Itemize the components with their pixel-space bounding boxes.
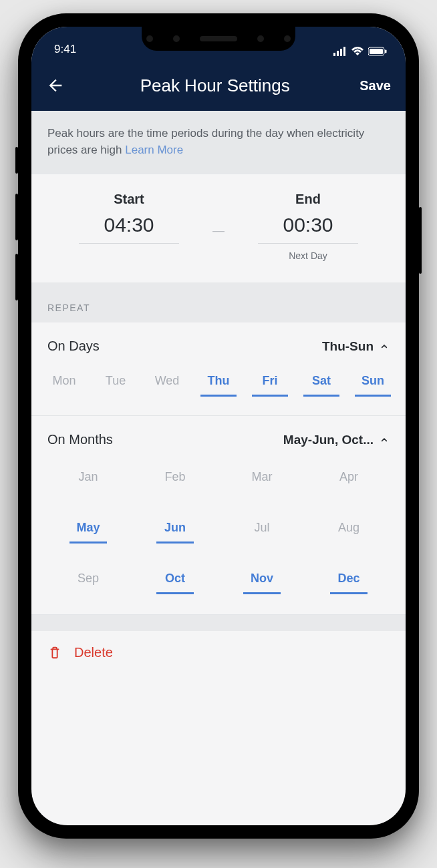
notch — [142, 27, 295, 51]
month-jul[interactable]: Jul — [243, 517, 281, 544]
month-feb[interactable]: Feb — [156, 466, 194, 493]
months-summary: May-Jun, Oct... — [283, 433, 374, 447]
app-header: Peak Hour Settings Save — [31, 60, 406, 111]
day-fri[interactable]: Fri — [252, 370, 288, 397]
months-row-header[interactable]: On Months May-Jun, Oct... — [31, 416, 406, 463]
months-row: On Months May-Jun, Oct... JanFebMarAprMa… — [31, 416, 406, 615]
month-nov[interactable]: Nov — [243, 568, 281, 594]
month-apr[interactable]: Apr — [330, 466, 368, 493]
days-row: On Days Thu-Sun MonTueWedThuFriSatSun — [31, 322, 406, 416]
info-text: Peak hours are the time periods during t… — [47, 127, 364, 156]
day-sat[interactable]: Sat — [303, 370, 339, 397]
chevron-up-icon — [379, 341, 390, 352]
svg-rect-3 — [343, 47, 345, 56]
month-mar[interactable]: Mar — [243, 466, 281, 493]
month-jan[interactable]: Jan — [69, 466, 107, 493]
days-summary: Thu-Sun — [322, 339, 374, 354]
spacer — [31, 615, 406, 631]
info-banner: Peak hours are the time periods during t… — [31, 111, 406, 174]
svg-rect-0 — [333, 53, 335, 56]
back-arrow-icon — [46, 76, 65, 95]
days-label: On Days — [47, 339, 100, 354]
month-aug[interactable]: Aug — [330, 517, 368, 544]
delete-label: Delete — [74, 645, 113, 660]
status-time: 9:41 — [54, 43, 76, 56]
start-time[interactable]: Start 04:30 — [47, 192, 210, 244]
end-sub: Next Day — [227, 250, 390, 261]
months-picker: JanFebMarAprMayJunJulAugSepOctNovDec — [31, 463, 406, 614]
days-picker: MonTueWedThuFriSatSun — [31, 370, 406, 415]
day-sun[interactable]: Sun — [355, 370, 391, 397]
save-button[interactable]: Save — [359, 78, 391, 93]
learn-more-link[interactable]: Learn More — [125, 144, 183, 156]
month-jun[interactable]: Jun — [156, 517, 194, 544]
day-thu[interactable]: Thu — [200, 370, 237, 397]
battery-icon — [368, 47, 387, 56]
back-button[interactable] — [46, 76, 70, 95]
months-label: On Months — [47, 432, 113, 447]
svg-rect-2 — [340, 49, 342, 56]
time-range: Start 04:30 — End 00:30 Next Day — [31, 174, 406, 282]
time-dash: — — [210, 192, 227, 238]
svg-rect-6 — [385, 50, 387, 53]
trash-icon — [47, 644, 62, 660]
repeat-section-header: REPEAT — [31, 282, 406, 322]
day-wed[interactable]: Wed — [149, 370, 185, 397]
phone-frame: 9:41 Peak Hour Settings Save Peak hours … — [18, 13, 419, 839]
day-tue[interactable]: Tue — [98, 370, 134, 397]
status-icons — [333, 47, 387, 56]
end-time[interactable]: End 00:30 Next Day — [227, 192, 390, 261]
svg-rect-1 — [337, 51, 339, 56]
svg-rect-5 — [370, 49, 383, 54]
page-title: Peak Hour Settings — [70, 75, 359, 96]
end-label: End — [227, 192, 390, 207]
month-may[interactable]: May — [69, 517, 107, 544]
chevron-up-icon — [379, 435, 390, 445]
end-value: 00:30 — [258, 214, 358, 244]
delete-button[interactable]: Delete — [31, 631, 406, 678]
start-label: Start — [47, 192, 210, 207]
days-row-header[interactable]: On Days Thu-Sun — [31, 322, 406, 370]
month-dec[interactable]: Dec — [330, 568, 368, 594]
start-value: 04:30 — [79, 214, 179, 244]
month-oct[interactable]: Oct — [156, 568, 194, 594]
day-mon[interactable]: Mon — [46, 370, 82, 397]
wifi-icon — [351, 47, 364, 56]
month-sep[interactable]: Sep — [69, 568, 107, 594]
cellular-icon — [333, 47, 347, 56]
screen: 9:41 Peak Hour Settings Save Peak hours … — [31, 27, 406, 825]
